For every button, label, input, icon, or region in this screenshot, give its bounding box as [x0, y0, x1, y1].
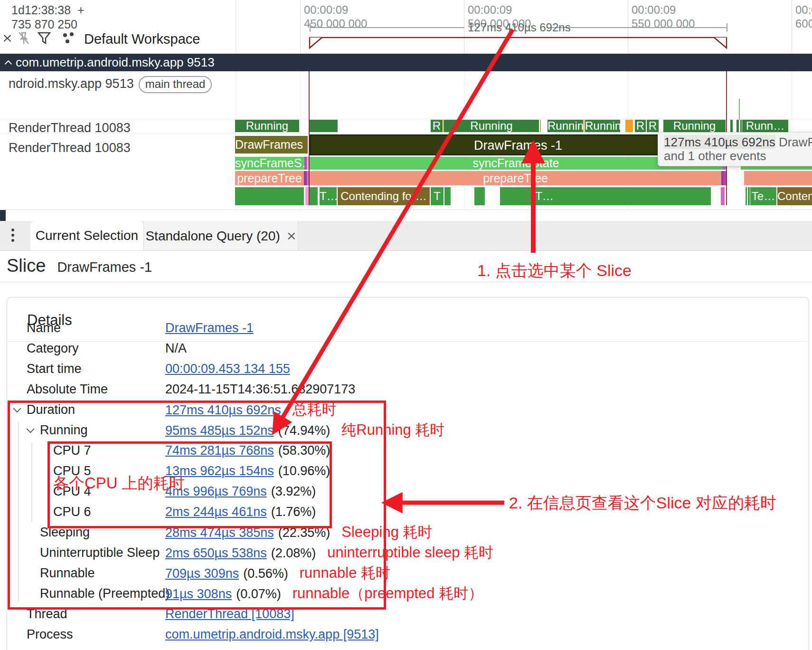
detail-label: Name — [27, 320, 61, 336]
slice-running[interactable]: R — [635, 120, 646, 132]
slice-sched-strip[interactable]: T… — [500, 187, 589, 205]
detail-label: Process — [27, 626, 73, 642]
time-tick: 00:00:09450 000 000 — [304, 3, 367, 30]
track-label-renderthread-1[interactable]: RenderThread 10083 — [9, 121, 131, 135]
slice-running[interactable]: Running — [444, 120, 539, 132]
slice-sched[interactable]: T — [431, 187, 444, 205]
annotation-step2: 2. 在信息页查看这个Slice 对应的耗时 — [509, 492, 776, 514]
divider — [236, 0, 236, 54]
slice-running[interactable]: Running — [235, 120, 299, 132]
kebab-menu-icon[interactable] — [11, 229, 14, 244]
gridline — [300, 0, 301, 54]
detail-value-link[interactable]: DrawFrames -1 — [165, 321, 254, 335]
slice-sched[interactable] — [746, 187, 747, 205]
tab-current-selection[interactable]: Current Selection — [30, 221, 143, 250]
slice-running[interactable]: Runn… — [742, 120, 788, 132]
detail-label: Start time — [27, 361, 82, 377]
details-row-process: Processcom.umetrip.android.msky.app [951… — [0, 626, 812, 642]
slice-sched[interactable]: Te… — [750, 187, 776, 205]
slice-syncframestate-prev[interactable]: syncFrameS… — [235, 157, 304, 170]
detail-value-link[interactable]: com.umetrip.android.msky.app [9513] — [165, 627, 379, 641]
slice-preparetree-prev[interactable]: prepareTree — [235, 171, 304, 185]
measure-duration-label: 127ms 410µs 692ns — [468, 21, 571, 34]
track-label-main-thread[interactable]: ndroid.msky.app 9513main thread — [9, 76, 212, 93]
measure-line — [552, 27, 727, 28]
hover-tooltip: 127ms 410µs 692ns DrawFrame and 1 other … — [658, 132, 812, 166]
divider — [0, 282, 812, 282]
detail-value: DrawFrames -1 — [165, 320, 254, 336]
trace-clock-offset: 1d12:38:38 + 735 870 250 — [11, 3, 85, 31]
slice-panel-title: Slice DrawFrames -1 — [7, 256, 152, 278]
header-toolbar: Default Workspace — [5, 29, 200, 48]
measure-tick — [310, 23, 311, 32]
measure-tick — [727, 23, 727, 32]
slice-preparetree-next[interactable] — [744, 171, 812, 185]
details-row-absolute-time: Absolute Time2024-11-15T14:36:51.6829071… — [0, 381, 812, 397]
slice-preparetree[interactable]: prepareTree — [310, 171, 721, 185]
collapse-tracks-icon[interactable] — [5, 35, 10, 44]
detail-panel-tabbar: Current Selection Standalone Query (20)× — [0, 221, 812, 251]
slice-sched-strip[interactable] — [589, 187, 647, 205]
perfetto-trace-viewer: 1d12:38:38 + 735 870 250 Default Workspa… — [0, 0, 812, 650]
filter-icon[interactable] — [38, 32, 51, 46]
slice-running[interactable]: R — [647, 120, 659, 132]
slice-sched[interactable]: T… — [320, 187, 337, 205]
vsync-marker — [739, 99, 740, 120]
annotation-cpu-note: 各个CPU 上的耗时 — [53, 473, 185, 494]
tab-standalone-query[interactable]: Standalone Query (20)× — [143, 221, 298, 250]
slice-running[interactable] — [310, 120, 338, 132]
slice-sched-strip[interactable] — [647, 187, 711, 205]
slice-running[interactable]: R — [431, 120, 443, 132]
close-icon[interactable]: × — [287, 227, 296, 245]
annotation-step1: 1. 点击选中某个 Slice — [477, 260, 632, 282]
detail-value-link[interactable]: 00:00:09.453 134 155 — [165, 362, 290, 376]
pin-disabled-icon[interactable] — [17, 31, 31, 47]
selection-start-line — [309, 71, 310, 205]
time-tick: 00:00:09550 000 000 — [632, 3, 695, 30]
slice-running[interactable] — [736, 120, 739, 132]
slice-running[interactable]: Running — [548, 120, 583, 132]
slice-running[interactable]: Running — [663, 120, 726, 132]
process-name: com.umetrip.android.msky.app 9513 — [16, 55, 215, 70]
slice-sched-strip[interactable] — [444, 187, 451, 205]
time-tick: 00:00:09600 000 000 — [795, 3, 812, 30]
slice-running[interactable] — [730, 120, 733, 132]
details-row-category: CategoryN/A — [0, 340, 812, 356]
detail-label: Category — [27, 340, 79, 356]
selected-slice-name: DrawFrames -1 — [57, 259, 152, 275]
detail-value: 2024-11-15T14:36:51.682907173 — [165, 381, 355, 397]
slice-marker[interactable] — [721, 187, 725, 205]
slice-drawframes-prev[interactable]: DrawFrames … — [235, 136, 308, 153]
timeline-header[interactable]: 1d12:38:38 + 735 870 250 Default Workspa… — [0, 0, 812, 54]
detail-value: 00:00:09.453 134 155 — [165, 361, 290, 377]
slice-sched[interactable] — [310, 187, 318, 205]
slice-running[interactable] — [740, 120, 742, 132]
track-label-renderthread-2[interactable]: RenderThread 10083 — [9, 141, 131, 155]
slice-runnable-orange[interactable] — [625, 120, 633, 132]
workspace-icon[interactable] — [61, 31, 76, 47]
detail-value: N/A — [165, 340, 187, 356]
measure-line — [310, 27, 464, 28]
slice-contending[interactable]: Conten — [777, 187, 812, 205]
slice-running[interactable]: Running — [585, 120, 620, 132]
slice-contending[interactable]: Contending for… — [338, 187, 430, 205]
detail-value: com.umetrip.android.msky.app [9513] — [165, 626, 379, 642]
main-thread-pill: main thread — [139, 76, 212, 93]
slice-sched[interactable] — [474, 187, 485, 205]
detail-label: Absolute Time — [27, 381, 108, 397]
slice-sched-strip[interactable] — [235, 187, 304, 205]
slice-sched[interactable] — [748, 187, 750, 205]
details-row-name: NameDrawFrames -1 — [0, 320, 812, 336]
chevron-up-icon — [5, 60, 12, 68]
panel-kind: Slice — [7, 256, 46, 276]
gridline — [792, 0, 792, 54]
details-row-start-time: Start time00:00:09.453 134 155 — [0, 361, 812, 377]
workspace-selector[interactable]: Default Workspace — [84, 31, 200, 47]
process-group-header[interactable]: com.umetrip.android.msky.app 9513 — [0, 54, 812, 71]
